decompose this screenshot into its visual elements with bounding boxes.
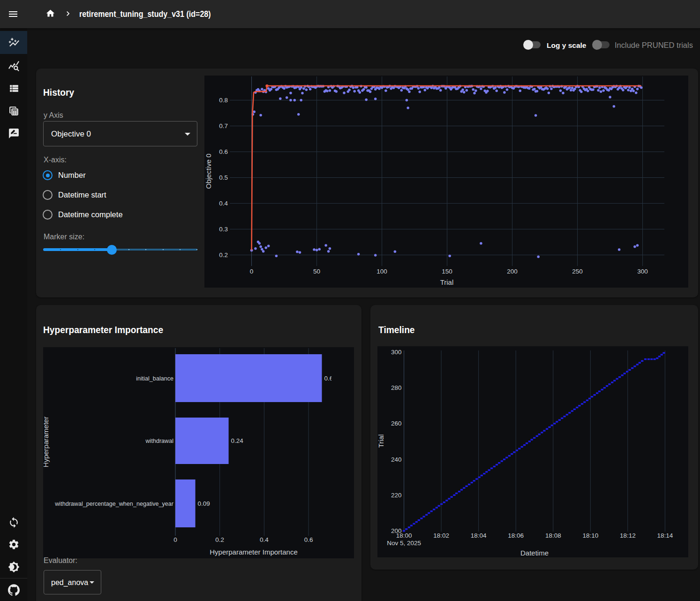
svg-text:Objective 0: Objective 0 bbox=[204, 153, 212, 189]
svg-text:0.09: 0.09 bbox=[198, 500, 210, 507]
svg-text:18:04: 18:04 bbox=[471, 532, 487, 539]
svg-text:withdrawal: withdrawal bbox=[145, 438, 174, 444]
svg-text:18:10: 18:10 bbox=[582, 532, 598, 539]
svg-text:200: 200 bbox=[507, 268, 518, 275]
svg-text:initial_balance: initial_balance bbox=[136, 375, 173, 382]
svg-text:0.4: 0.4 bbox=[260, 536, 269, 543]
svg-text:18:00: 18:00 bbox=[396, 532, 412, 539]
svg-text:18:02: 18:02 bbox=[433, 532, 449, 539]
svg-text:50: 50 bbox=[313, 268, 320, 275]
svg-text:300: 300 bbox=[391, 349, 402, 356]
svg-text:18:12: 18:12 bbox=[620, 532, 636, 539]
svg-text:Nov 5, 2025: Nov 5, 2025 bbox=[387, 540, 421, 547]
svg-text:Datetime: Datetime bbox=[520, 549, 549, 557]
svg-text:0.7: 0.7 bbox=[219, 122, 228, 129]
svg-text:0.5: 0.5 bbox=[219, 174, 228, 181]
svg-text:0: 0 bbox=[173, 536, 177, 543]
svg-text:18:14: 18:14 bbox=[657, 532, 673, 539]
svg-text:0.6: 0.6 bbox=[304, 536, 313, 543]
svg-text:250: 250 bbox=[572, 268, 583, 275]
svg-text:18:06: 18:06 bbox=[508, 532, 524, 539]
svg-text:Trial: Trial bbox=[377, 434, 385, 448]
svg-text:0.6: 0.6 bbox=[219, 148, 228, 155]
svg-text:220: 220 bbox=[391, 492, 402, 499]
svg-text:0.2: 0.2 bbox=[219, 251, 228, 259]
svg-text:0.3: 0.3 bbox=[219, 226, 228, 233]
svg-text:280: 280 bbox=[391, 384, 402, 391]
svg-text:0.8: 0.8 bbox=[219, 97, 228, 104]
svg-text:240: 240 bbox=[391, 456, 402, 463]
svg-text:300: 300 bbox=[637, 268, 648, 275]
svg-text:260: 260 bbox=[391, 420, 402, 427]
svg-text:0: 0 bbox=[250, 268, 254, 275]
svg-text:Trial: Trial bbox=[440, 278, 454, 286]
svg-text:0.4: 0.4 bbox=[219, 200, 228, 207]
svg-text:Hyperparameter: Hyperparameter bbox=[43, 417, 50, 467]
svg-text:withdrawal_percentage_when_neg: withdrawal_percentage_when_negative_year bbox=[54, 501, 173, 507]
svg-text:150: 150 bbox=[442, 268, 452, 275]
svg-text:0.2: 0.2 bbox=[215, 536, 224, 543]
svg-text:0.24: 0.24 bbox=[231, 437, 244, 444]
svg-text:18:08: 18:08 bbox=[545, 532, 561, 539]
svg-text:100: 100 bbox=[376, 268, 387, 275]
svg-text:Hyperparameter Importance: Hyperparameter Importance bbox=[210, 548, 298, 556]
